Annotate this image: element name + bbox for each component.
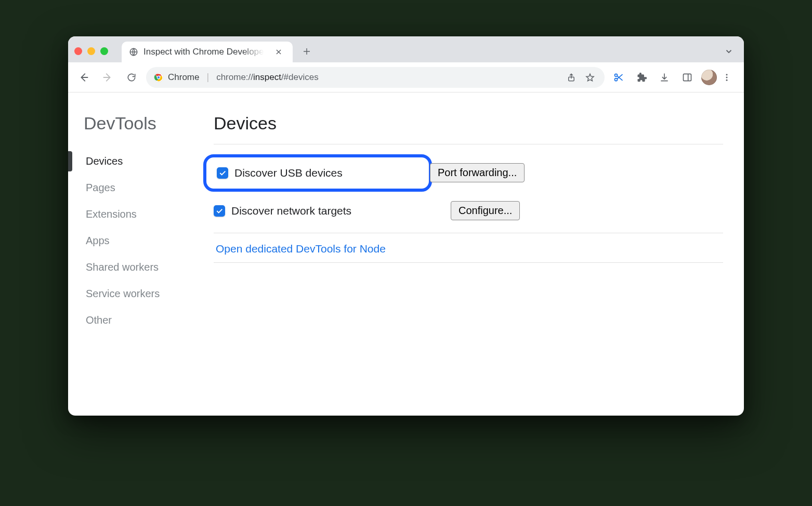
tab-close-button[interactable] [272, 47, 285, 57]
configure-button[interactable]: Configure... [451, 201, 520, 220]
tab-title: Inspect with Chrome Developer [143, 47, 267, 57]
extensions-icon[interactable] [633, 69, 650, 86]
page-content: DevTools Devices Pages Extensions Apps S… [68, 92, 744, 416]
network-row: Discover network targets Configure... [214, 192, 723, 233]
port-forwarding-button[interactable]: Port forwarding... [430, 163, 525, 182]
window-zoom-button[interactable] [100, 47, 108, 55]
url-separator: | [206, 72, 209, 83]
window-controls [74, 47, 108, 55]
bookmark-star-icon[interactable] [583, 70, 597, 85]
sidebar-item-other[interactable]: Other [84, 307, 198, 334]
sidebar-item-apps[interactable]: Apps [84, 228, 198, 254]
main-heading: Devices [214, 113, 723, 134]
sidebar-item-devices[interactable]: Devices [84, 148, 198, 175]
divider [214, 262, 723, 263]
chrome-logo-icon [153, 72, 164, 83]
usb-checkbox[interactable] [217, 167, 228, 179]
globe-icon [129, 47, 138, 57]
reload-button[interactable] [122, 68, 141, 87]
tabs-dropdown-button[interactable] [724, 47, 734, 56]
usb-row: Discover USB devices Port forwarding... [214, 154, 723, 192]
browser-toolbar: Chrome | chrome://inspect/#devices [68, 62, 744, 92]
sidebar-item-shared-workers[interactable]: Shared workers [84, 254, 198, 281]
tab-strip: Inspect with Chrome Developer [68, 36, 744, 62]
back-button[interactable] [74, 68, 93, 87]
profile-avatar[interactable] [701, 70, 717, 85]
browser-tab[interactable]: Inspect with Chrome Developer [122, 42, 293, 62]
url-text: chrome://inspect/#devices [216, 72, 560, 83]
svg-point-10 [726, 79, 728, 81]
window-minimize-button[interactable] [87, 47, 95, 55]
new-tab-button[interactable] [297, 44, 317, 59]
window-close-button[interactable] [74, 47, 82, 55]
network-left: Discover network targets [214, 205, 442, 217]
usb-highlight-box: Discover USB devices [203, 154, 432, 192]
svg-point-9 [726, 76, 728, 78]
network-checkbox-label: Discover network targets [231, 205, 351, 217]
scissors-icon[interactable] [610, 69, 627, 86]
sidebar-item-extensions[interactable]: Extensions [84, 201, 198, 228]
open-node-devtools-link[interactable]: Open dedicated DevTools for Node [214, 233, 386, 258]
sidebar-title: DevTools [84, 113, 198, 134]
share-icon[interactable] [564, 70, 579, 85]
sidebar-item-service-workers[interactable]: Service workers [84, 281, 198, 307]
svg-point-8 [726, 74, 728, 75]
svg-rect-7 [684, 74, 691, 81]
downloads-icon[interactable] [656, 69, 673, 86]
browser-window: Inspect with Chrome Developer [68, 36, 744, 416]
main-panel: Devices Discover USB devices Port forwar… [203, 92, 744, 416]
divider [214, 144, 723, 144]
sidebar-item-pages[interactable]: Pages [84, 175, 198, 201]
forward-button[interactable] [98, 68, 117, 87]
sidebar: DevTools Devices Pages Extensions Apps S… [68, 92, 203, 416]
side-panel-icon[interactable] [678, 69, 696, 86]
network-checkbox[interactable] [214, 205, 225, 217]
address-bar[interactable]: Chrome | chrome://inspect/#devices [146, 67, 605, 88]
menu-button[interactable] [722, 73, 738, 82]
usb-checkbox-label: Discover USB devices [234, 167, 343, 179]
url-scheme-label: Chrome [168, 72, 199, 83]
